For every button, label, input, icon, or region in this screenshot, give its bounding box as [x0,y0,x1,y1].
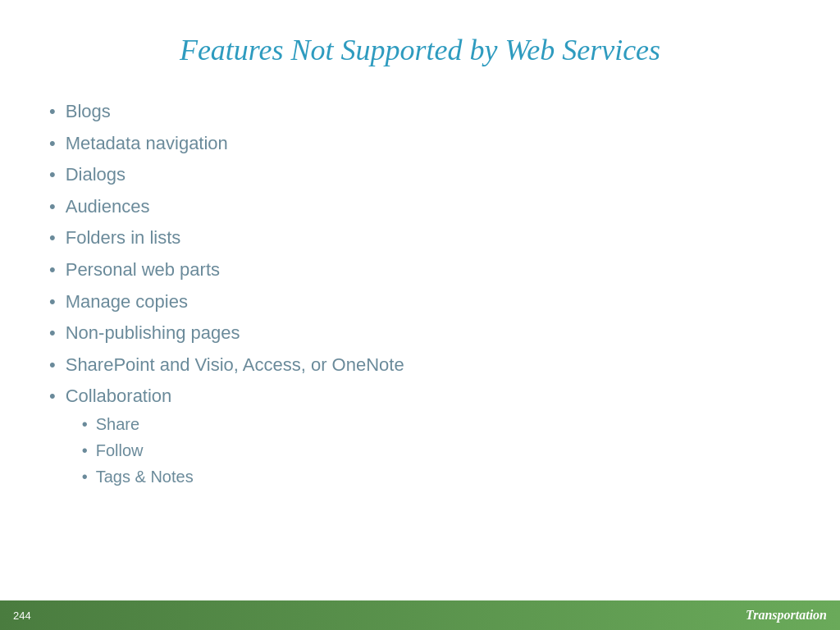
list-item: Folders in lists [49,226,791,250]
brand-label: Transportation [746,608,827,623]
list-item: Manage copies [49,290,791,314]
sub-list: Share Follow Tags & Notes [82,413,194,487]
slide: Features Not Supported by Web Services B… [0,0,840,630]
sub-list-item: Share [82,413,194,435]
slide-content: Features Not Supported by Web Services B… [0,0,840,600]
list-item: Personal web parts [49,258,791,282]
bullet-list: Blogs Metadata navigation Dialogs Audien… [49,100,791,492]
list-item-collaboration: Collaboration Share Follow Tags & Notes [49,385,791,492]
slide-title: Features Not Supported by Web Services [49,33,791,67]
list-item: Dialogs [49,163,791,187]
list-item: Blogs [49,100,791,124]
bottom-bar: 244 Transportation [0,600,840,630]
list-item: SharePoint and Visio, Access, or OneNote [49,354,791,377]
slide-number: 244 [13,609,31,622]
list-item: Audiences [49,195,791,219]
list-item: Metadata navigation [49,132,791,156]
list-item: Non-publishing pages [49,322,791,345]
sub-list-item: Tags & Notes [82,466,194,487]
sub-list-item: Follow [82,440,194,461]
